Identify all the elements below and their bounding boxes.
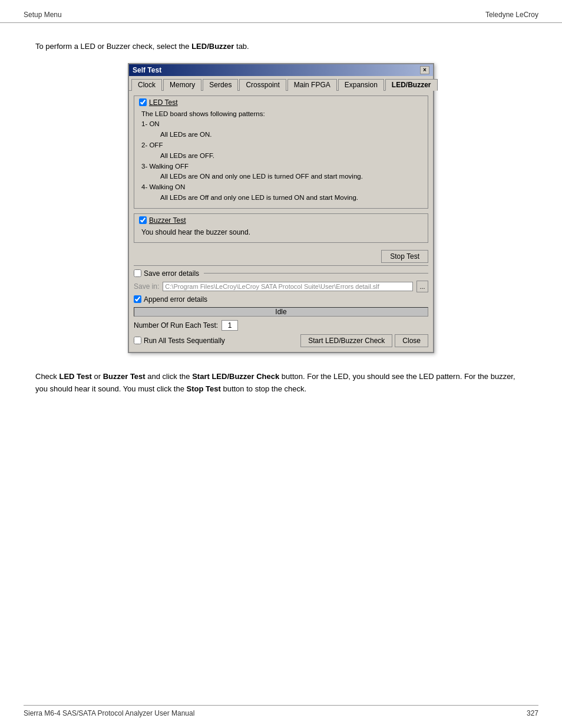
bottom-section: Save error details Save in: ... Append e… (134, 265, 428, 347)
page-header: Setup Menu Teledyne LeCroy (0, 0, 562, 23)
header-right: Teledyne LeCroy (485, 11, 538, 19)
page-footer: Sierra M6-4 SAS/SATA Protocol Analyzer U… (24, 705, 538, 717)
dialog-titlebar: Self Test × (129, 64, 433, 76)
intro-text-after: tab. (234, 42, 249, 51)
save-error-row: Save error details (134, 269, 428, 278)
browse-button[interactable]: ... (416, 281, 428, 292)
tab-crosspoint[interactable]: Crosspoint (239, 79, 286, 91)
page-content: To perform a LED or Buzzer check, select… (0, 23, 562, 413)
bottom-bold-2: Buzzer Test (103, 372, 146, 381)
save-in-row: Save in: ... (134, 281, 428, 292)
led-line-4: All LEDs are OFF. (141, 151, 423, 162)
intro-bold: LED/Buzzer (191, 42, 234, 51)
intro-paragraph: To perform a LED or Buzzer check, select… (35, 41, 527, 52)
led-test-content: The LED board shows following patterns: … (139, 109, 423, 203)
tab-led-buzzer[interactable]: LED/Buzzer (385, 79, 438, 91)
led-line-7: 4- Walking ON (141, 182, 423, 193)
run-all-checkbox[interactable] (134, 337, 141, 344)
tab-memory[interactable]: Memory (163, 79, 201, 91)
buzzer-test-label: Buzzer Test (149, 216, 186, 225)
append-error-label: Append error details (144, 295, 207, 304)
progress-text: Idle (275, 308, 286, 316)
footer-left: Sierra M6-4 SAS/SATA Protocol Analyzer U… (24, 709, 194, 717)
save-error-divider (204, 273, 428, 274)
bottom-paragraph: Check LED Test or Buzzer Test and click … (35, 371, 527, 396)
led-line-3: 2- OFF (141, 140, 423, 151)
append-error-checkbox[interactable] (134, 295, 141, 303)
led-line-8: All LEDs are Off and only one LED is tur… (141, 193, 423, 203)
led-test-legend: LED Test (139, 98, 423, 107)
bottom-text-3: and click the (146, 372, 193, 381)
run-all-row: Run All Tests Sequentially (134, 337, 225, 345)
buzzer-test-legend: Buzzer Test (139, 216, 423, 225)
led-line-2: All LEDs are ON. (141, 130, 423, 140)
start-led-buzzer-button[interactable]: Start LED/Buzzer Check (300, 334, 392, 347)
led-test-label: LED Test (149, 98, 177, 107)
save-error-label: Save error details (144, 269, 199, 278)
run-count-label: Number Of Run Each Test: (134, 321, 218, 330)
progress-bar: Idle (134, 307, 428, 317)
led-line-6: All LEDs are ON and only one LED is turn… (141, 172, 423, 182)
save-in-field[interactable] (163, 282, 413, 291)
stop-test-button[interactable]: Stop Test (381, 250, 428, 263)
led-line-0: The LED board shows following patterns: (141, 109, 423, 120)
dialog-close-button[interactable]: × (420, 66, 429, 74)
close-button[interactable]: Close (395, 334, 428, 347)
bottom-text-1: Check (35, 372, 59, 381)
bottom-bold-3: Start LED/Buzzer Check (192, 372, 279, 381)
save-error-checkbox[interactable] (134, 269, 141, 277)
self-test-dialog: Self Test × Clock Memory Serdes Crosspoi… (128, 63, 434, 353)
run-count-input[interactable] (222, 320, 238, 331)
tab-main-fpga[interactable]: Main FPGA (287, 79, 337, 91)
bottom-buttons-row: Run All Tests Sequentially Start LED/Buz… (134, 334, 428, 347)
led-test-group: LED Test The LED board shows following p… (134, 95, 428, 209)
buzzer-test-checkbox[interactable] (139, 216, 147, 224)
bottom-text-2: or (92, 372, 103, 381)
run-all-label: Run All Tests Sequentially (144, 337, 225, 345)
dialog-title: Self Test (133, 66, 161, 74)
tab-clock[interactable]: Clock (131, 79, 162, 91)
stop-test-area: Stop Test (134, 248, 428, 265)
tab-serdes[interactable]: Serdes (203, 79, 238, 91)
footer-right: 327 (527, 709, 538, 717)
run-count-row: Number Of Run Each Test: (134, 320, 428, 331)
bottom-bold-4: Stop Test (187, 384, 221, 393)
dialog-body: LED Test The LED board shows following p… (129, 91, 433, 352)
tab-expansion[interactable]: Expansion (338, 79, 384, 91)
header-left: Setup Menu (24, 11, 62, 19)
buzzer-test-content: You should hear the buzzer sound. (139, 227, 423, 238)
buzzer-test-group: Buzzer Test You should hear the buzzer s… (134, 213, 428, 243)
action-buttons: Start LED/Buzzer Check Close (300, 334, 428, 347)
bottom-bold-1: LED Test (59, 372, 91, 381)
bottom-text-5: button to stop the check. (221, 384, 306, 393)
buzzer-text: You should hear the buzzer sound. (141, 228, 421, 236)
append-row: Append error details (134, 295, 428, 304)
led-test-checkbox[interactable] (139, 98, 147, 106)
intro-text-before: To perform a LED or Buzzer check, select… (35, 42, 191, 51)
tab-bar: Clock Memory Serdes Crosspoint Main FPGA… (129, 76, 433, 91)
led-line-5: 3- Walking OFF (141, 162, 423, 172)
led-line-1: 1- ON (141, 119, 423, 130)
save-in-label: Save in: (134, 282, 159, 291)
